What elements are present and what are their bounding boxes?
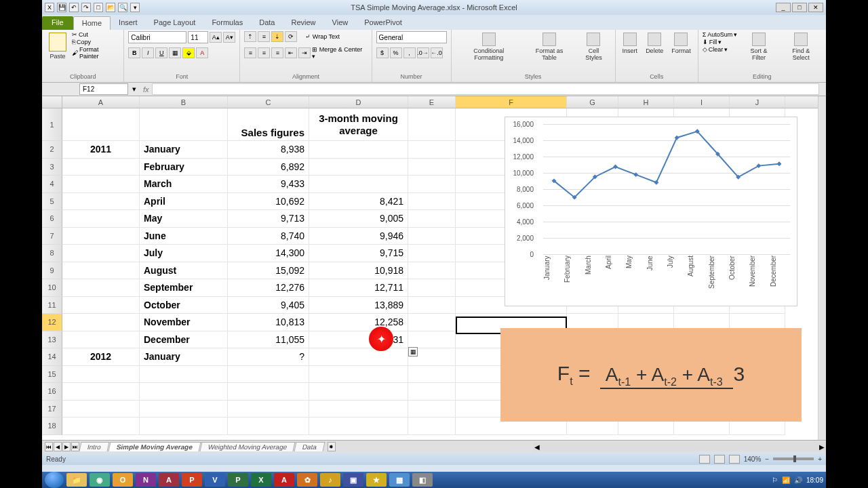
cell[interactable] — [140, 383, 228, 401]
row-header[interactable]: 17 — [42, 401, 62, 418]
bold-button[interactable]: B — [128, 47, 140, 58]
cell[interactable]: 12,711 — [309, 279, 408, 297]
row-header[interactable]: 5 — [42, 193, 62, 211]
underline-button[interactable]: U — [155, 47, 167, 58]
task-chrome[interactable]: ◉ — [90, 473, 110, 487]
cell[interactable] — [309, 401, 408, 418]
zoom-out[interactable]: − — [765, 455, 769, 463]
task-project[interactable]: P — [228, 473, 248, 487]
cell[interactable] — [309, 383, 408, 401]
cell[interactable]: 8,421 — [309, 193, 408, 211]
task-misc2[interactable]: ♪ — [320, 473, 340, 487]
insert-cells-button[interactable]: Insert — [620, 31, 641, 56]
open-icon[interactable]: 📂 — [106, 3, 115, 12]
cell[interactable] — [62, 331, 140, 349]
cell[interactable]: January — [140, 348, 228, 366]
cell[interactable]: 2012 — [62, 348, 140, 366]
vertical-scrollbar[interactable] — [818, 96, 826, 440]
cell[interactable]: 8,740 — [228, 228, 309, 245]
currency-icon[interactable]: $ — [376, 47, 389, 58]
new-icon[interactable]: □ — [94, 3, 103, 12]
paste-button[interactable]: Paste — [46, 31, 69, 61]
merge-center-button[interactable]: ⊞ Merge & Center ▾ — [312, 46, 367, 60]
cell[interactable]: 11,055 — [228, 331, 309, 349]
cell[interactable]: November — [140, 314, 228, 331]
cell[interactable]: May — [140, 210, 228, 228]
cut-button[interactable]: ✂ Cut — [72, 31, 119, 38]
comma-icon[interactable]: , — [403, 47, 416, 58]
sheet-nav-first[interactable]: ⏮ — [45, 442, 53, 451]
formula-input[interactable] — [152, 83, 819, 95]
task-powerpoint[interactable]: P — [182, 473, 202, 487]
tray-network-icon[interactable]: 📶 — [782, 476, 790, 484]
task-misc6[interactable]: ◧ — [412, 473, 433, 487]
wrap-text-button[interactable]: ⤶ Wrap Text — [305, 33, 340, 40]
view-normal-icon[interactable] — [699, 455, 710, 464]
close-button[interactable]: ✕ — [808, 3, 823, 12]
col-header-d[interactable]: D — [309, 96, 408, 108]
autofill-options-icon[interactable]: ▦ — [408, 347, 418, 357]
font-size-dropdown[interactable]: 11 — [188, 31, 208, 43]
row-header[interactable]: 16 — [42, 383, 62, 401]
view-pagebreak-icon[interactable] — [729, 455, 740, 464]
task-misc5[interactable]: ▦ — [389, 473, 410, 487]
cell[interactable]: ? — [228, 348, 309, 366]
zoom-slider[interactable] — [773, 458, 814, 460]
cell[interactable]: 12,276 — [228, 279, 309, 297]
cell[interactable] — [140, 401, 228, 418]
cell[interactable] — [228, 366, 309, 384]
maximize-button[interactable]: □ — [792, 3, 807, 12]
cell[interactable]: 12,258 — [309, 314, 408, 331]
cell[interactable] — [309, 141, 408, 159]
col-header-e[interactable]: E — [408, 96, 456, 108]
row-header[interactable]: 3 — [42, 159, 62, 176]
redo-icon[interactable]: ↷ — [81, 3, 91, 12]
orientation-icon[interactable]: ⟳ — [285, 31, 297, 42]
align-top-icon[interactable]: ⇡ — [244, 31, 256, 42]
tab-review[interactable]: Review — [283, 16, 323, 30]
inc-decimal-icon[interactable]: .0→ — [417, 47, 429, 58]
row-header[interactable]: 10 — [42, 279, 62, 297]
cell[interactable]: December — [140, 331, 228, 349]
align-left-icon[interactable]: ≡ — [244, 47, 256, 58]
save-icon[interactable]: 💾 — [57, 3, 66, 12]
tray-clock[interactable]: 18:09 — [806, 476, 823, 484]
row-header[interactable]: 13 — [42, 331, 62, 349]
font-color-button[interactable]: A — [196, 47, 208, 58]
cell[interactable] — [309, 418, 408, 435]
align-center-icon[interactable]: ≡ — [258, 47, 270, 58]
cell[interactable]: 9,433 — [228, 176, 309, 193]
cell[interactable]: 10,813 — [228, 314, 309, 331]
row-header[interactable]: 11 — [42, 297, 62, 314]
col-header-j[interactable]: J — [730, 96, 785, 108]
indent-inc-icon[interactable]: ⇥ — [298, 47, 311, 58]
cell[interactable]: 15,092 — [228, 262, 309, 280]
task-access[interactable]: A — [159, 473, 179, 487]
tray-volume-icon[interactable]: 🔊 — [794, 476, 802, 484]
border-button[interactable]: ▦ — [169, 47, 181, 58]
row-header[interactable]: 15 — [42, 366, 62, 384]
tab-home[interactable]: Home — [73, 16, 111, 30]
cell[interactable] — [62, 193, 140, 211]
fill-button[interactable]: ⬇ Fill ▾ — [703, 39, 738, 45]
cell[interactable]: 9,946 — [309, 228, 408, 245]
task-onenote[interactable]: N — [136, 473, 156, 487]
cell[interactable] — [62, 279, 140, 297]
task-misc4[interactable]: ★ — [366, 473, 387, 487]
sort-filter-button[interactable]: Sort & Filter — [740, 31, 777, 62]
cell[interactable] — [62, 108, 140, 141]
zoom-in[interactable]: + — [818, 455, 822, 463]
cell[interactable]: April — [140, 193, 228, 211]
row-header[interactable]: 4 — [42, 176, 62, 193]
col-header-i[interactable]: I — [674, 96, 730, 108]
tab-powerpivot[interactable]: PowerPivot — [356, 16, 410, 30]
windows-taskbar[interactable]: 📁 ◉ O N A P V P X A ✿ ♪ ▣ ★ ▦ ◧ ⚐ 📶 🔊 18… — [42, 472, 826, 488]
cell[interactable]: 9,715 — [309, 245, 408, 262]
cell[interactable] — [62, 383, 140, 401]
align-bottom-icon[interactable]: ⇣ — [271, 31, 283, 42]
fill-color-button[interactable]: ⬙ — [182, 47, 195, 58]
qat-more-icon[interactable]: ▾ — [130, 3, 140, 12]
cell[interactable] — [228, 418, 309, 435]
delete-cells-button[interactable]: Delete — [643, 31, 666, 56]
horizontal-scrollbar[interactable]: ◀▶ — [533, 442, 826, 451]
